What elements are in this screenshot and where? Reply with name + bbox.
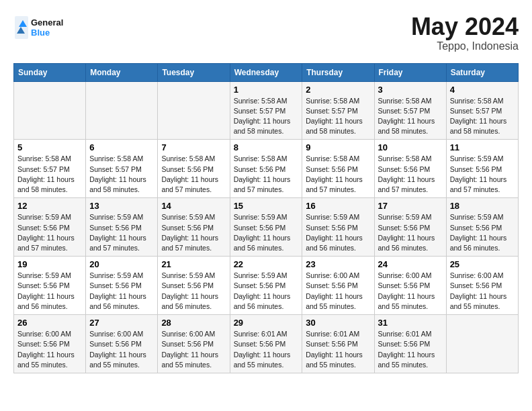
- header-monday: Monday: [86, 63, 158, 81]
- day-number: 17: [378, 201, 443, 211]
- calendar-cell: 7Sunrise: 5:58 AM Sunset: 5:56 PM Daylig…: [158, 140, 230, 198]
- calendar-cell: 30Sunrise: 6:01 AM Sunset: 5:56 PM Dayli…: [302, 315, 374, 373]
- day-number: 14: [161, 201, 226, 211]
- day-info: Sunrise: 6:00 AM Sunset: 5:56 PM Dayligh…: [306, 271, 370, 312]
- calendar-cell: [86, 81, 158, 140]
- day-info: Sunrise: 5:58 AM Sunset: 5:57 PM Dayligh…: [17, 154, 82, 195]
- calendar-cell: 19Sunrise: 5:59 AM Sunset: 5:56 PM Dayli…: [14, 257, 86, 315]
- day-info: Sunrise: 5:59 AM Sunset: 5:56 PM Dayligh…: [17, 212, 82, 253]
- day-info: Sunrise: 5:58 AM Sunset: 5:56 PM Dayligh…: [234, 154, 299, 195]
- page-header: General Blue May 2024 Teppo, Indonesia: [13, 13, 519, 52]
- calendar-week-4: 19Sunrise: 5:59 AM Sunset: 5:56 PM Dayli…: [14, 257, 519, 315]
- day-info: Sunrise: 5:59 AM Sunset: 5:56 PM Dayligh…: [161, 271, 226, 312]
- day-info: Sunrise: 5:58 AM Sunset: 5:57 PM Dayligh…: [378, 96, 443, 137]
- logo: General Blue: [13, 13, 74, 42]
- calendar-cell: 5Sunrise: 5:58 AM Sunset: 5:57 PM Daylig…: [14, 140, 86, 198]
- day-info: Sunrise: 6:01 AM Sunset: 5:56 PM Dayligh…: [306, 329, 370, 370]
- calendar-week-3: 12Sunrise: 5:59 AM Sunset: 5:56 PM Dayli…: [14, 198, 519, 257]
- calendar-cell: [446, 315, 518, 373]
- calendar-cell: 20Sunrise: 5:59 AM Sunset: 5:56 PM Dayli…: [86, 257, 158, 315]
- logo-svg: General Blue: [13, 13, 74, 42]
- calendar-cell: 11Sunrise: 5:59 AM Sunset: 5:56 PM Dayli…: [446, 140, 518, 198]
- header-thursday: Thursday: [302, 63, 374, 81]
- calendar-cell: 22Sunrise: 5:59 AM Sunset: 5:56 PM Dayli…: [230, 257, 302, 315]
- calendar-cell: 25Sunrise: 6:00 AM Sunset: 5:56 PM Dayli…: [446, 257, 518, 315]
- svg-rect-2: [15, 16, 28, 39]
- calendar-cell: [14, 81, 86, 140]
- day-number: 16: [306, 201, 370, 211]
- day-number: 7: [161, 142, 226, 152]
- day-info: Sunrise: 5:58 AM Sunset: 5:56 PM Dayligh…: [306, 154, 370, 195]
- day-info: Sunrise: 5:59 AM Sunset: 5:56 PM Dayligh…: [234, 212, 299, 253]
- calendar-body: 1Sunrise: 5:58 AM Sunset: 5:57 PM Daylig…: [14, 81, 519, 373]
- day-number: 3: [378, 85, 443, 95]
- day-number: 13: [89, 201, 154, 211]
- calendar-location: Teppo, Indonesia: [411, 40, 519, 52]
- calendar-cell: 28Sunrise: 6:00 AM Sunset: 5:56 PM Dayli…: [158, 315, 230, 373]
- calendar-cell: 23Sunrise: 6:00 AM Sunset: 5:56 PM Dayli…: [302, 257, 374, 315]
- day-number: 25: [450, 259, 515, 269]
- day-info: Sunrise: 6:00 AM Sunset: 5:56 PM Dayligh…: [378, 271, 443, 312]
- day-info: Sunrise: 6:01 AM Sunset: 5:56 PM Dayligh…: [234, 329, 299, 370]
- svg-text:General: General: [31, 17, 63, 28]
- calendar-cell: 2Sunrise: 5:58 AM Sunset: 5:57 PM Daylig…: [302, 81, 374, 140]
- calendar-cell: 6Sunrise: 5:58 AM Sunset: 5:57 PM Daylig…: [86, 140, 158, 198]
- day-info: Sunrise: 6:00 AM Sunset: 5:56 PM Dayligh…: [450, 271, 515, 312]
- day-number: 30: [306, 318, 370, 328]
- calendar-cell: 15Sunrise: 5:59 AM Sunset: 5:56 PM Dayli…: [230, 198, 302, 257]
- day-number: 11: [450, 142, 515, 152]
- calendar-cell: 9Sunrise: 5:58 AM Sunset: 5:56 PM Daylig…: [302, 140, 374, 198]
- calendar-cell: 21Sunrise: 5:59 AM Sunset: 5:56 PM Dayli…: [158, 257, 230, 315]
- day-info: Sunrise: 5:59 AM Sunset: 5:56 PM Dayligh…: [234, 271, 299, 312]
- calendar-cell: 17Sunrise: 5:59 AM Sunset: 5:56 PM Dayli…: [374, 198, 446, 257]
- day-number: 26: [17, 318, 82, 328]
- day-number: 15: [234, 201, 299, 211]
- calendar-cell: 16Sunrise: 5:59 AM Sunset: 5:56 PM Dayli…: [302, 198, 374, 257]
- day-number: 31: [378, 318, 443, 328]
- day-number: 6: [89, 142, 154, 152]
- calendar-cell: 3Sunrise: 5:58 AM Sunset: 5:57 PM Daylig…: [374, 81, 446, 140]
- day-number: 28: [161, 318, 226, 328]
- day-number: 20: [89, 259, 154, 269]
- day-info: Sunrise: 5:59 AM Sunset: 5:56 PM Dayligh…: [378, 212, 443, 253]
- day-info: Sunrise: 5:58 AM Sunset: 5:57 PM Dayligh…: [234, 96, 299, 137]
- header-saturday: Saturday: [446, 63, 518, 81]
- day-info: Sunrise: 5:59 AM Sunset: 5:56 PM Dayligh…: [161, 212, 226, 253]
- calendar-cell: 26Sunrise: 6:00 AM Sunset: 5:56 PM Dayli…: [14, 315, 86, 373]
- calendar-cell: 13Sunrise: 5:59 AM Sunset: 5:56 PM Dayli…: [86, 198, 158, 257]
- calendar-title: May 2024: [411, 13, 519, 40]
- calendar-cell: 14Sunrise: 5:59 AM Sunset: 5:56 PM Dayli…: [158, 198, 230, 257]
- title-block: May 2024 Teppo, Indonesia: [411, 13, 519, 52]
- calendar-cell: 12Sunrise: 5:59 AM Sunset: 5:56 PM Dayli…: [14, 198, 86, 257]
- day-info: Sunrise: 5:58 AM Sunset: 5:57 PM Dayligh…: [89, 154, 154, 195]
- header-friday: Friday: [374, 63, 446, 81]
- day-number: 23: [306, 259, 370, 269]
- day-number: 9: [306, 142, 370, 152]
- day-info: Sunrise: 6:00 AM Sunset: 5:56 PM Dayligh…: [17, 329, 82, 370]
- calendar-week-2: 5Sunrise: 5:58 AM Sunset: 5:57 PM Daylig…: [14, 140, 519, 198]
- calendar-header: Sunday Monday Tuesday Wednesday Thursday…: [14, 63, 519, 81]
- calendar-cell: 4Sunrise: 5:58 AM Sunset: 5:57 PM Daylig…: [446, 81, 518, 140]
- day-number: 29: [234, 318, 299, 328]
- day-info: Sunrise: 5:59 AM Sunset: 5:56 PM Dayligh…: [89, 212, 154, 253]
- day-number: 18: [450, 201, 515, 211]
- day-number: 4: [450, 85, 515, 95]
- calendar-week-5: 26Sunrise: 6:00 AM Sunset: 5:56 PM Dayli…: [14, 315, 519, 373]
- calendar-cell: [158, 81, 230, 140]
- day-info: Sunrise: 5:59 AM Sunset: 5:56 PM Dayligh…: [450, 154, 515, 195]
- day-info: Sunrise: 5:59 AM Sunset: 5:56 PM Dayligh…: [450, 212, 515, 253]
- day-info: Sunrise: 5:58 AM Sunset: 5:56 PM Dayligh…: [378, 154, 443, 195]
- day-info: Sunrise: 5:59 AM Sunset: 5:56 PM Dayligh…: [306, 212, 370, 253]
- day-info: Sunrise: 6:00 AM Sunset: 5:56 PM Dayligh…: [161, 329, 226, 370]
- calendar-cell: 18Sunrise: 5:59 AM Sunset: 5:56 PM Dayli…: [446, 198, 518, 257]
- calendar-cell: 10Sunrise: 5:58 AM Sunset: 5:56 PM Dayli…: [374, 140, 446, 198]
- calendar-cell: 27Sunrise: 6:00 AM Sunset: 5:56 PM Dayli…: [86, 315, 158, 373]
- calendar-cell: 24Sunrise: 6:00 AM Sunset: 5:56 PM Dayli…: [374, 257, 446, 315]
- day-number: 8: [234, 142, 299, 152]
- day-number: 1: [234, 85, 299, 95]
- calendar-cell: 31Sunrise: 6:01 AM Sunset: 5:56 PM Dayli…: [374, 315, 446, 373]
- calendar-cell: 1Sunrise: 5:58 AM Sunset: 5:57 PM Daylig…: [230, 81, 302, 140]
- day-number: 19: [17, 259, 82, 269]
- weekday-header-row: Sunday Monday Tuesday Wednesday Thursday…: [14, 63, 519, 81]
- svg-text:Blue: Blue: [31, 28, 50, 38]
